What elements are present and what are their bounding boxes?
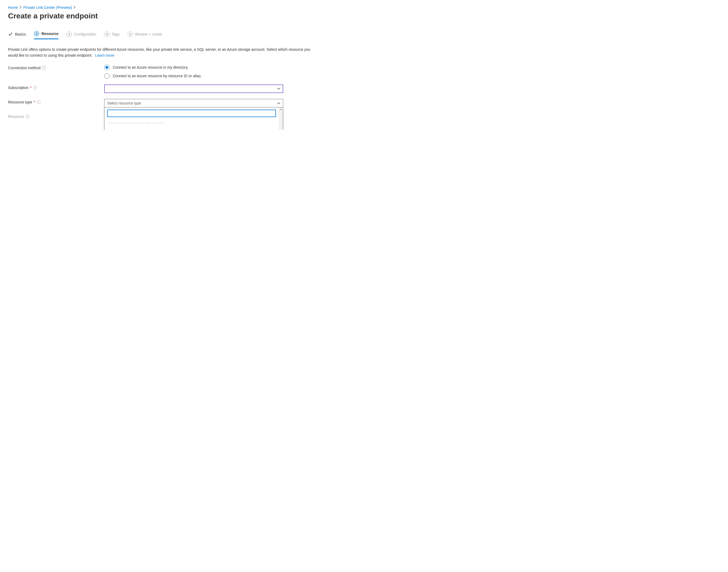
chevron-up-icon bbox=[277, 102, 280, 104]
page-title: Create a private endpoint bbox=[8, 12, 720, 20]
tab-tags[interactable]: 4 Tags bbox=[104, 31, 120, 39]
breadcrumb-home[interactable]: Home bbox=[8, 5, 18, 10]
tab-review-create[interactable]: 5 Review + create bbox=[128, 31, 162, 39]
tab-resource[interactable]: 2 Resource bbox=[34, 31, 59, 39]
chevron-right-icon bbox=[19, 5, 22, 10]
radio-icon bbox=[104, 65, 109, 70]
tab-label: Basics bbox=[15, 32, 26, 37]
resource-type-label: Resource type * i bbox=[8, 99, 104, 104]
required-mark: * bbox=[30, 85, 31, 90]
tab-label: Review + create bbox=[135, 32, 162, 37]
dropdown-item[interactable]: Microsoft.MachineLearningServices/worksp… bbox=[104, 126, 278, 130]
radio-connect-directory[interactable]: Connect to an Azure resource in my direc… bbox=[104, 65, 283, 70]
step-number-icon: 2 bbox=[34, 31, 39, 37]
chevron-right-icon bbox=[73, 5, 76, 10]
info-icon[interactable]: i bbox=[33, 86, 37, 89]
scrollbar[interactable] bbox=[278, 108, 283, 130]
breadcrumb-center[interactable]: Private Link Center (Preview) bbox=[23, 5, 72, 10]
required-mark: * bbox=[34, 100, 35, 104]
learn-more-link[interactable]: Learn more bbox=[95, 53, 114, 58]
info-icon[interactable]: i bbox=[37, 100, 41, 104]
connection-method-radios: Connect to an Azure resource in my direc… bbox=[104, 65, 283, 79]
step-number-icon: 3 bbox=[67, 31, 72, 37]
partial-option-peek: ……………..……, ……, ……… bbox=[104, 119, 278, 126]
scroll-up-icon[interactable] bbox=[278, 108, 283, 112]
check-icon bbox=[8, 32, 13, 37]
connection-method-label: Connection method i bbox=[8, 65, 104, 70]
chevron-down-icon bbox=[277, 88, 280, 90]
radio-label: Connect to an Azure resource in my direc… bbox=[113, 65, 188, 70]
tab-label: Resource bbox=[42, 31, 59, 36]
info-icon[interactable]: i bbox=[26, 115, 29, 119]
tab-basics[interactable]: Basics bbox=[8, 32, 26, 39]
resource-type-select[interactable]: Select resource type bbox=[104, 99, 283, 108]
wizard-tabs: Basics 2 Resource 3 Configuration 4 Tags… bbox=[8, 31, 720, 39]
resource-type-search-input[interactable] bbox=[107, 110, 276, 117]
tab-label: Configuration bbox=[74, 32, 96, 37]
resource-label: Resource i bbox=[8, 113, 104, 119]
description-text: Private Link offers options to create pr… bbox=[8, 47, 315, 58]
select-placeholder: Select resource type bbox=[107, 101, 141, 105]
radio-label: Connect to an Azure resource by resource… bbox=[113, 74, 202, 78]
resource-type-dropdown: ……………..……, ……, ……… Microsoft.MachineLear… bbox=[104, 108, 283, 130]
breadcrumb: Home Private Link Center (Preview) bbox=[8, 5, 720, 10]
radio-connect-resource-id[interactable]: Connect to an Azure resource by resource… bbox=[104, 73, 283, 79]
step-number-icon: 4 bbox=[104, 31, 109, 37]
tab-label: Tags bbox=[112, 32, 120, 37]
step-number-icon: 5 bbox=[128, 31, 133, 37]
info-icon[interactable]: i bbox=[42, 66, 46, 70]
subscription-select[interactable] bbox=[104, 84, 283, 93]
tab-configuration[interactable]: 3 Configuration bbox=[67, 31, 96, 39]
radio-icon bbox=[104, 73, 109, 79]
subscription-label: Subscription * i bbox=[8, 84, 104, 90]
